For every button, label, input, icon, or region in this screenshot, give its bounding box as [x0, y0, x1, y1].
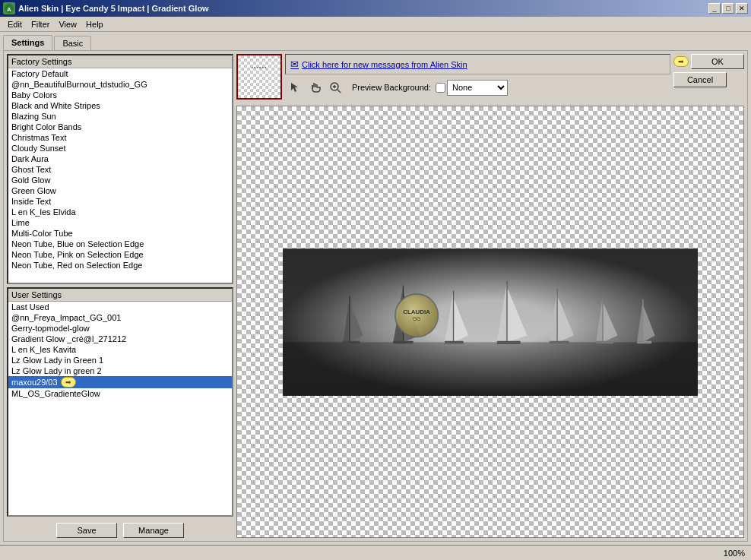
main-container: Settings Basic Factory Settings Factory …: [0, 32, 751, 545]
title-bar-left: A Alien Skin | Eye Candy 5 Impact | Grad…: [3, 2, 209, 14]
title-bar: A Alien Skin | Eye Candy 5 Impact | Grad…: [0, 0, 751, 17]
arrow-tool-button[interactable]: [287, 78, 305, 96]
message-text: Click here for new messages from Alien S…: [302, 60, 467, 69]
ok-cancel: ➡ OK Cancel: [673, 54, 744, 100]
list-item[interactable]: Neon Tube, Pink on Selection Edge: [8, 249, 232, 260]
save-button[interactable]: Save: [56, 523, 117, 538]
list-item[interactable]: Blazing Sun: [8, 111, 232, 122]
top-right-inner: ✉ Click here for new messages from Alien…: [285, 54, 670, 100]
list-item[interactable]: Green Glow: [8, 185, 232, 196]
list-item[interactable]: Neon Tube, Red on Selection Edge: [8, 260, 232, 271]
left-panel: Factory Settings Factory Default @nn_Bea…: [7, 54, 233, 538]
hand-tool-button[interactable]: [306, 78, 325, 96]
list-item[interactable]: Lime: [8, 217, 232, 228]
user-list: User Settings Last Used @nn_Freya_Impact…: [7, 287, 233, 517]
list-item[interactable]: Gradient Glow _cré@l_271212: [8, 334, 232, 344]
factory-panel: Factory Settings Factory Default @nn_Bea…: [7, 54, 233, 284]
tab-settings[interactable]: Settings: [3, 35, 52, 50]
svg-line-3: [337, 90, 341, 93]
preview-bg-label: Preview Background:: [352, 83, 431, 92]
selected-item-label: maxou29/03: [11, 378, 58, 387]
arrow-cursor-icon: ➡: [61, 377, 76, 388]
list-item[interactable]: Cloudy Sunset: [8, 143, 232, 153]
status-bar: 100%: [0, 545, 751, 560]
ok-button[interactable]: OK: [691, 54, 744, 69]
factory-header: Factory Settings: [8, 55, 232, 68]
svg-text:CLAUDIA: CLAUDIA: [403, 308, 430, 315]
right-panel: ▪▪▪▪▪▪ ✉ Click here for new messages fro…: [236, 54, 744, 538]
list-item[interactable]: Dark Aura: [8, 153, 232, 164]
list-item[interactable]: Neon Tube, Blue on Selection Edge: [8, 239, 232, 249]
menu-edit[interactable]: Edit: [3, 18, 27, 30]
svg-rect-21: [445, 340, 464, 343]
app-icon: A: [3, 2, 15, 14]
factory-list-content[interactable]: Factory Default @nn_BeautifulBurnout_tds…: [8, 68, 232, 281]
sailing-svg: CLAUDIA GG: [283, 204, 698, 441]
toolbar: [285, 77, 346, 98]
preview-bg-select[interactable]: None White Black Custom: [447, 80, 508, 96]
menu-help[interactable]: Help: [81, 18, 108, 30]
svg-rect-29: [550, 340, 569, 343]
top-section: ▪▪▪▪▪▪ ✉ Click here for new messages fro…: [236, 54, 744, 100]
content-area: Factory Settings Factory Default @nn_Bea…: [3, 50, 748, 542]
user-list-content[interactable]: Last Used @nn_Freya_Impact_GG_001 Gerry-…: [8, 302, 232, 423]
list-item[interactable]: Lz Glow Lady in Green 1: [8, 355, 232, 365]
minimize-button[interactable]: _: [708, 3, 721, 14]
svg-text:A: A: [7, 6, 11, 13]
svg-rect-9: [283, 248, 698, 396]
list-item[interactable]: Gold Glow: [8, 175, 232, 185]
menu-filter[interactable]: Filter: [27, 18, 54, 30]
list-item[interactable]: Multi-Color Tube: [8, 228, 232, 239]
manage-button[interactable]: Manage: [123, 523, 184, 538]
zoom-tool-button[interactable]: [326, 78, 344, 96]
list-item[interactable]: Inside Text: [8, 196, 232, 207]
maximize-button[interactable]: □: [722, 3, 734, 14]
close-button[interactable]: ✕: [736, 3, 748, 14]
ok-arrow-icon: ➡: [673, 56, 689, 67]
list-item[interactable]: Ghost Text: [8, 164, 232, 175]
title-controls[interactable]: _ □ ✕: [708, 3, 748, 14]
list-item[interactable]: Gerry-topmodel-glow: [8, 323, 232, 334]
bottom-buttons: Save Manage: [7, 523, 233, 538]
list-item-selected[interactable]: maxou29/03 ➡: [8, 376, 232, 388]
svg-rect-25: [497, 340, 521, 343]
thumbnail-text: ▪▪▪▪▪▪: [242, 65, 277, 70]
preview-area: CLAUDIA GG: [236, 106, 744, 538]
list-item[interactable]: Bright Color Bands: [8, 122, 232, 132]
list-item[interactable]: ML_OS_GradienteGlow: [8, 388, 232, 399]
menu-view[interactable]: View: [54, 18, 81, 30]
tab-basic[interactable]: Basic: [54, 36, 91, 50]
svg-rect-33: [596, 340, 613, 343]
zoom-level: 100%: [724, 549, 745, 558]
user-header: User Settings: [8, 289, 232, 302]
preview-bg-checkbox[interactable]: [436, 83, 445, 93]
svg-rect-13: [343, 340, 360, 343]
message-bar[interactable]: ✉ Click here for new messages from Alien…: [285, 54, 670, 74]
list-item[interactable]: L en K_les Kavita: [8, 344, 232, 355]
svg-rect-17: [393, 340, 413, 343]
svg-rect-37: [637, 340, 651, 343]
menu-bar: Edit Filter View Help: [0, 17, 751, 32]
list-item[interactable]: Last Used: [8, 302, 232, 312]
user-panel: User Settings Last Used @nn_Freya_Impact…: [7, 287, 233, 517]
list-item[interactable]: @nn_BeautifulBurnout_tdstudio_GG: [8, 79, 232, 90]
preview-image: CLAUDIA GG: [283, 204, 698, 441]
title-text: Alien Skin | Eye Candy 5 Impact | Gradie…: [18, 4, 209, 13]
toolbar-row: Preview Background: None White Black Cus…: [285, 77, 670, 98]
list-item[interactable]: L en K_les Elvida: [8, 207, 232, 217]
tabs-row: Settings Basic: [3, 35, 748, 50]
ok-row: ➡ OK: [673, 54, 744, 69]
list-item[interactable]: Factory Default: [8, 68, 232, 79]
list-item[interactable]: @nn_Freya_Impact_GG_001: [8, 312, 232, 323]
factory-list: Factory Settings Factory Default @nn_Bea…: [7, 54, 233, 284]
svg-text:GG: GG: [413, 316, 421, 321]
list-item[interactable]: Lz Glow Lady in green 2: [8, 365, 232, 376]
email-icon: ✉: [290, 59, 299, 70]
thumbnail-box: ▪▪▪▪▪▪: [236, 54, 282, 100]
list-item[interactable]: Baby Colors: [8, 90, 232, 100]
list-item[interactable]: Black and White Stripes: [8, 100, 232, 111]
cancel-button[interactable]: Cancel: [673, 72, 727, 87]
svg-point-38: [395, 294, 438, 337]
list-item[interactable]: Christmas Text: [8, 132, 232, 143]
